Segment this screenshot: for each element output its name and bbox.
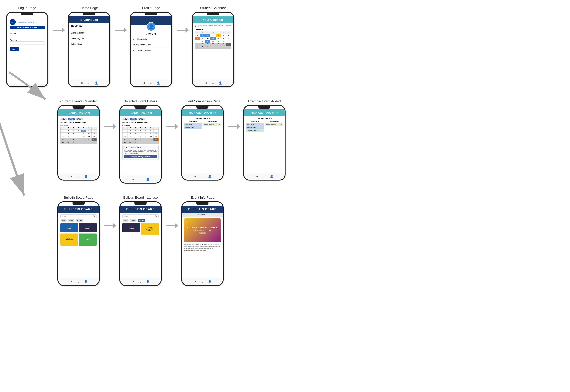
sel-month: December bbox=[122, 124, 159, 126]
poster-music-venues-2[interactable]: MUSICVENUES bbox=[122, 223, 140, 232]
tag-socials[interactable]: socials bbox=[76, 219, 83, 222]
bulletin-back[interactable]: ◄ bbox=[69, 280, 73, 284]
poster-2slgbtq[interactable]: 2SLGBTQ+INFORMATIONHALL bbox=[60, 234, 78, 246]
sel-event-home[interactable]: ⌂ bbox=[138, 177, 143, 182]
bulletin-body: Search 🔍 tech music socials SUMMERABROAD bbox=[58, 213, 99, 248]
tag-music[interactable]: music bbox=[68, 219, 75, 222]
event-added-phone: Compare Schedule December 28th, 2024 My … bbox=[243, 105, 286, 181]
menu-bulletin-board[interactable]: Bulletin Board › bbox=[71, 41, 107, 47]
free-smoothies-campus-added[interactable]: FREE SMOOTHIES ✓ bbox=[265, 123, 282, 126]
student-cal-screen: Your Calendar ℹ A calendar integrating y… bbox=[193, 16, 233, 80]
tag-tech[interactable]: tech bbox=[61, 219, 67, 222]
cur-events-user[interactable]: 👤 bbox=[84, 174, 88, 178]
student-cal-back[interactable]: ◄ bbox=[204, 81, 208, 85]
login-page-title: Log In Page bbox=[18, 6, 36, 10]
event-added-header: Compare Schedule bbox=[244, 109, 285, 116]
bulletin-home[interactable]: ⌂ bbox=[76, 280, 81, 284]
menu-events-label: Events Calendar bbox=[71, 32, 85, 34]
user-nav-icon[interactable]: 👤 bbox=[94, 81, 99, 85]
utorid-input[interactable] bbox=[10, 35, 45, 38]
event-info-phone: BULLETIN BOARD Event Info 2SLGBTQ+ INFOR… bbox=[181, 201, 224, 286]
menu-bulletin-label: Bulletin Board bbox=[71, 43, 82, 45]
added-columns: My schedule Math Lecture Business Lectur… bbox=[246, 121, 282, 132]
student-calendar-phone: Your Calendar ℹ A calendar integrating y… bbox=[192, 12, 234, 87]
menu-events-calendar[interactable]: Events Calendar › bbox=[71, 30, 107, 36]
sel-event-body: UTM UTSG UTSC Find events at the St Geor… bbox=[120, 116, 161, 161]
compare-schedule-button[interactable]: Compare with my Schedule bbox=[124, 155, 157, 158]
settings-nav-icon[interactable]: ⚙ bbox=[80, 81, 84, 85]
event-info-user[interactable]: 👤 bbox=[208, 280, 212, 284]
bulletin-tag-home[interactable]: ⌂ bbox=[138, 280, 143, 284]
event-added-back[interactable]: ◄ bbox=[255, 174, 259, 178]
bulletin-tag-user[interactable]: 👤 bbox=[146, 280, 150, 284]
sel-event-header: Events Calendar bbox=[120, 109, 161, 116]
profile-user-icon[interactable]: 👤 bbox=[156, 81, 161, 85]
poster-summer-abroad[interactable]: SUMMERABROAD bbox=[60, 223, 78, 232]
password-input[interactable] bbox=[10, 41, 45, 45]
tag-tech-2[interactable]: tech bbox=[123, 219, 129, 222]
math-lecture-event: Math Lecture bbox=[184, 123, 202, 126]
event-info-screen: BULLETIN BOARD Event Info 2SLGBTQ+ INFOR… bbox=[182, 206, 223, 278]
cur-events-home[interactable]: ⌂ bbox=[76, 174, 81, 178]
poster-2slgbtq-2[interactable]: 2SLGBTQ+INFORMATIONHALL bbox=[141, 223, 159, 235]
cur-events-notch bbox=[73, 106, 85, 109]
menu-club-activity[interactable]: Your Club Activity › bbox=[133, 37, 169, 42]
diagonal-arrow-svg-2 bbox=[0, 60, 33, 211]
event-info-home[interactable]: ⌂ bbox=[200, 280, 205, 284]
menu-student-calendar[interactable]: Your Student Calendar › bbox=[133, 48, 169, 53]
comparison-screen: Compare Schedule December 28th, 2024 My … bbox=[182, 109, 223, 173]
arrow-shape-3 bbox=[177, 27, 189, 33]
sel-tab-utm[interactable]: UTM bbox=[122, 118, 129, 120]
event-added-home[interactable]: ⌂ bbox=[262, 174, 266, 178]
home-nav-icon[interactable]: ⌂ bbox=[87, 81, 91, 85]
bulletin-tag-search-bar[interactable]: Search 🔍 bbox=[122, 214, 159, 218]
add-event-plus-icon[interactable]: + bbox=[219, 124, 220, 126]
comparison-back[interactable]: ◄ bbox=[193, 174, 197, 178]
tab-utsg[interactable]: UTSG bbox=[68, 118, 75, 120]
event-added-user[interactable]: 👤 bbox=[270, 174, 274, 178]
sel-tab-utsg[interactable]: UTSG bbox=[130, 118, 137, 120]
event-info-back[interactable]: ◄ bbox=[193, 280, 197, 284]
comparison-date: December 28th, 2024 bbox=[184, 118, 220, 120]
math-lecture-added: Math Lecture bbox=[246, 123, 264, 126]
comparison-user[interactable]: 👤 bbox=[208, 174, 212, 178]
profile-page-title: Profile Page bbox=[142, 6, 160, 10]
tab-utsc[interactable]: UTSC bbox=[76, 118, 83, 120]
password-label: Password bbox=[10, 39, 45, 41]
menu-upcoming-events[interactable]: Your Upcoming Events › bbox=[133, 42, 169, 48]
tag-socials-active[interactable]: socials bbox=[138, 219, 145, 222]
tag-music-2[interactable]: music bbox=[130, 219, 137, 222]
sel-event-back[interactable]: ◄ bbox=[131, 177, 135, 182]
my-schedule-header-added: My schedule bbox=[246, 121, 264, 123]
login-button[interactable]: log in bbox=[10, 47, 19, 51]
student-cal-home[interactable]: ⌂ bbox=[211, 81, 215, 85]
december-label: December bbox=[195, 29, 231, 31]
menu-club-categories[interactable]: Club Categories › bbox=[71, 36, 107, 41]
bulletin-user[interactable]: 👤 bbox=[84, 280, 88, 284]
arrow-bulletin-to-tag bbox=[101, 223, 119, 229]
student-calendar-title: Student Calendar bbox=[200, 6, 226, 10]
sel-event-user[interactable]: 👤 bbox=[146, 177, 150, 182]
poster-music-venues[interactable]: MUSICVENUES bbox=[79, 223, 97, 232]
poster-free[interactable]: FREE bbox=[79, 234, 97, 246]
profile-back-icon[interactable]: ◄ bbox=[142, 81, 146, 85]
event-info-title: Event Info Page bbox=[191, 196, 214, 199]
sel-event-notch bbox=[134, 106, 146, 109]
my-schedule-header: My schedule bbox=[184, 121, 202, 123]
profile-menu-body: Your Club Activity › Your Upcoming Event… bbox=[131, 37, 171, 53]
selected-event-phone: Events Calendar UTM UTSG UTSC Find event… bbox=[119, 105, 162, 183]
comparison-home[interactable]: ⌂ bbox=[200, 174, 205, 178]
cur-events-body: UTM UTSG UTSC Find events at the St Geor… bbox=[58, 116, 99, 145]
bulletin-tag-back[interactable]: ◄ bbox=[131, 280, 135, 284]
tag-filters: tech music socials bbox=[60, 219, 97, 222]
cur-events-back[interactable]: ◄ bbox=[69, 174, 73, 178]
bulletin-search-bar[interactable]: Search 🔍 bbox=[60, 214, 97, 218]
event-info-bottom: ◄ ⌂ 👤 bbox=[182, 278, 223, 285]
student-cal-user[interactable]: 👤 bbox=[218, 81, 222, 85]
cur-events-header: Events Calendar bbox=[58, 109, 99, 116]
tab-utm[interactable]: UTM bbox=[60, 118, 67, 120]
profile-home-icon[interactable]: ⌂ bbox=[149, 81, 153, 85]
free-smoothies-campus-event[interactable]: FREE SMOOTHIES + bbox=[203, 123, 220, 126]
sel-tab-utsc[interactable]: UTSC bbox=[138, 118, 145, 120]
arrow-home-to-profile bbox=[112, 27, 130, 33]
